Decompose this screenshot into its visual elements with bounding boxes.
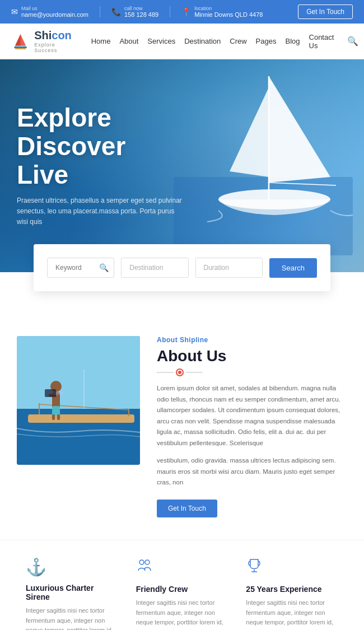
search-button[interactable]: Search [269, 258, 317, 278]
destination-select[interactable]: Destination Australia New Zealand Pacifi… [121, 258, 188, 278]
location-value: Minnie Downs QLD 4478 [194, 11, 263, 18]
top-bar: ✉ Mail us name@yourdomain.com 📞 call now… [0, 0, 364, 24]
mail-label: Mail us [21, 6, 88, 11]
about-section: About Shipline About Us Lorem ipsum dolo… [0, 308, 364, 540]
feature-title-3: 25 Years Experience [246, 585, 338, 594]
svg-rect-3 [15, 48, 26, 49]
brand-name: Shicon [34, 29, 74, 42]
duration-select[interactable]: Duration 1 Week 2 Weeks 1 Month [195, 258, 263, 278]
feature-title-2: Friendly Crew [136, 585, 228, 594]
nav-about[interactable]: About [119, 37, 138, 45]
about-text-2: vestibulum, odio gravida. massa ultrices… [157, 455, 347, 488]
keyword-search-icon: 🔍 [99, 263, 109, 272]
about-divider [157, 370, 347, 375]
about-text-1: Lorem ipsum dolor sit amet, sodales at b… [157, 383, 347, 449]
svg-rect-22 [52, 414, 55, 420]
feature-text-2: Integer sagittis nisi nec tortor ferment… [136, 598, 228, 630]
svg-marker-1 [15, 34, 21, 45]
nav-destination[interactable]: Destination [184, 37, 221, 45]
search-icon[interactable]: 🔍 [347, 36, 358, 46]
svg-rect-4 [174, 177, 353, 255]
features-section: ⚓ Luxurious Charter Sirene Integer sagit… [0, 540, 364, 630]
feature-item-2: Friendly Crew Integer sagittis nisi nec … [127, 557, 237, 630]
about-content: About Shipline About Us Lorem ipsum dolo… [157, 336, 347, 517]
phone-value: 158 128 489 [124, 11, 158, 18]
svg-point-25 [139, 560, 144, 564]
svg-point-26 [145, 560, 150, 564]
duration-wrap: Duration 1 Week 2 Weeks 1 Month [195, 258, 263, 278]
svg-rect-23 [57, 414, 60, 420]
mail-info: ✉ Mail us name@yourdomain.com [11, 6, 88, 18]
hero-content: Explore Discover Live Praesent ultrices,… [0, 104, 200, 227]
about-title: About Us [157, 347, 347, 365]
nav-links: Home About Services Destination Crew Pag… [91, 33, 359, 50]
navbar: Shicon Explore Success Home About Servic… [0, 24, 364, 59]
mail-icon: ✉ [11, 7, 18, 16]
divider-line-left [157, 372, 174, 373]
destination-wrap: Destination Australia New Zealand Pacifi… [121, 258, 188, 278]
divider-dot [177, 370, 183, 375]
nav-blog[interactable]: Blog [285, 37, 300, 45]
hero-section: Explore Discover Live Praesent ultrices,… [0, 59, 364, 272]
svg-rect-24 [45, 389, 56, 397]
trophy-icon [246, 557, 338, 578]
svg-rect-12 [28, 414, 134, 423]
divider-line-right [186, 372, 203, 373]
feature-text-3: Integer sagittis nisi nec tortor ferment… [246, 598, 338, 630]
mail-value: name@yourdomain.com [21, 11, 88, 18]
search-row: 🔍 Destination Australia New Zealand Paci… [47, 258, 317, 278]
feature-item-1: ⚓ Luxurious Charter Sirene Integer sagit… [17, 557, 127, 630]
keyword-wrap: 🔍 [47, 258, 114, 278]
hero-boat-illustration [174, 65, 353, 255]
divider-2 [170, 6, 170, 17]
location-icon: 📍 [181, 7, 191, 16]
feature-item-3: 25 Years Experience Integer sagittis nis… [237, 557, 347, 630]
hero-subtext: Praesent ultrices, phasellus a semper eg… [17, 195, 184, 228]
svg-rect-2 [14, 46, 27, 48]
phone-label: call now [124, 6, 158, 11]
crew-icon [136, 557, 228, 578]
about-subtitle: About Shipline [157, 336, 347, 344]
about-image [17, 336, 140, 465]
search-box: 🔍 Destination Australia New Zealand Paci… [34, 244, 330, 291]
hero-heading: Explore Discover Live [17, 104, 184, 189]
phone-icon: 📞 [111, 7, 121, 16]
anchor-icon: ⚓ [26, 557, 118, 577]
about-cta-button[interactable]: Get In Touch [157, 500, 217, 517]
logo: Shicon Explore Success [11, 29, 74, 53]
location-label: location [194, 6, 263, 11]
feature-title-1: Luxurious Charter Sirene [26, 584, 118, 601]
nav-home[interactable]: Home [91, 37, 111, 45]
feature-text-1: Integer sagittis nisi nec tortor ferment… [26, 606, 118, 630]
divider-1 [100, 6, 100, 17]
nav-services[interactable]: Services [147, 37, 175, 45]
topbar-cta-button[interactable]: Get In Touch [298, 4, 353, 19]
svg-marker-7 [230, 87, 269, 177]
logo-icon [11, 31, 30, 52]
phone-info: 📞 call now 158 128 489 [111, 6, 158, 18]
svg-marker-6 [269, 76, 330, 183]
nav-pages[interactable]: Pages [256, 37, 277, 45]
brand-tagline: Explore Success [34, 42, 74, 53]
location-info: 📍 location Minnie Downs QLD 4478 [181, 6, 263, 18]
nav-contact[interactable]: Contact Us [309, 33, 334, 50]
nav-crew[interactable]: Crew [230, 37, 246, 45]
